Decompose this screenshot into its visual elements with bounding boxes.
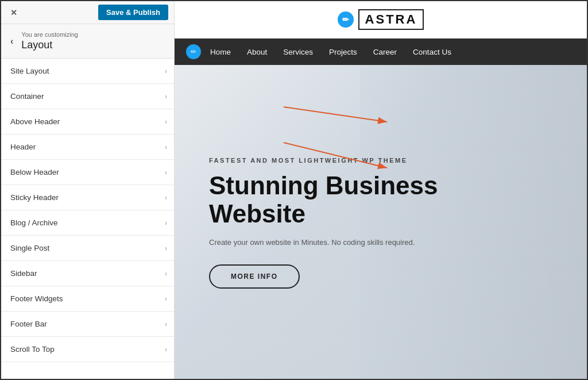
- menu-item-container[interactable]: Container›: [1, 84, 174, 109]
- menu-item-label-blog-archive: Blog / Archive: [10, 218, 58, 227]
- back-button[interactable]: ‹: [7, 35, 17, 48]
- menu-item-below-header[interactable]: Below Header›: [1, 160, 174, 185]
- hero-title: Stunning Business Website: [209, 172, 450, 228]
- menu-item-single-post[interactable]: Single Post›: [1, 236, 174, 261]
- save-publish-button[interactable]: Save & Publish: [98, 5, 168, 20]
- nav-link-career[interactable]: Career: [373, 48, 397, 56]
- logo-bar: ✏ ASTRA: [175, 1, 587, 39]
- nav-link-contact-us[interactable]: Contact Us: [413, 48, 451, 56]
- hero-description: Create your own website in Minutes. No c…: [209, 237, 450, 248]
- menu-item-site-layout[interactable]: Site Layout›: [1, 59, 174, 84]
- more-info-button[interactable]: MORE INFO: [209, 264, 300, 289]
- menu-item-header[interactable]: Header›: [1, 135, 174, 160]
- menu-item-chevron-sticky-header: ›: [165, 194, 167, 202]
- menu-item-footer-widgets[interactable]: Footer Widgets›: [1, 286, 174, 312]
- menu-item-label-footer-widgets: Footer Widgets: [10, 294, 63, 303]
- menu-item-label-single-post: Single Post: [10, 244, 49, 252]
- menu-item-sidebar[interactable]: Sidebar›: [1, 261, 174, 286]
- logo-edit-icon[interactable]: ✏: [338, 11, 354, 28]
- preview-area: ✏ ASTRA ✏ HomeAboutServicesProjectsCaree…: [175, 1, 587, 379]
- menu-item-chevron-single-post: ›: [165, 244, 167, 252]
- menu-item-label-sticky-header: Sticky Header: [10, 193, 59, 202]
- menu-item-chevron-above-header: ›: [165, 118, 167, 126]
- menu-item-label-footer-bar: Footer Bar: [10, 320, 47, 328]
- menu-item-chevron-container: ›: [165, 93, 167, 101]
- menu-item-label-container: Container: [10, 92, 44, 101]
- menu-item-label-header: Header: [10, 143, 36, 151]
- menu-item-label-below-header: Below Header: [10, 168, 59, 176]
- menu-item-chevron-site-layout: ›: [165, 67, 167, 75]
- menu-item-chevron-scroll-to-top: ›: [165, 346, 167, 354]
- menu-item-sticky-header[interactable]: Sticky Header›: [1, 185, 174, 210]
- hero-section: FASTEST AND MOST LIGHTWEIGHT WP THEME St…: [175, 65, 587, 379]
- menu-item-footer-bar[interactable]: Footer Bar›: [1, 312, 174, 337]
- nav-links: HomeAboutServicesProjectsCareerContact U…: [210, 48, 451, 56]
- customizer-topbar: ✕ Save & Publish: [1, 1, 174, 24]
- customizer-context: ‹ You are customizing Layout: [1, 24, 174, 59]
- customizer-panel: ✕ Save & Publish ‹ You are customizing L…: [1, 1, 175, 379]
- nav-link-services[interactable]: Services: [283, 48, 313, 56]
- menu-item-scroll-to-top[interactable]: Scroll To Top›: [1, 337, 174, 362]
- nav-bar: ✏ HomeAboutServicesProjectsCareerContact…: [175, 39, 587, 65]
- nav-link-about[interactable]: About: [247, 48, 267, 56]
- context-title: Layout: [21, 39, 78, 51]
- menu-item-above-header[interactable]: Above Header›: [1, 109, 174, 135]
- nav-link-home[interactable]: Home: [210, 48, 231, 56]
- customizer-menu: Site Layout›Container›Above Header›Heade…: [1, 59, 174, 379]
- menu-item-chevron-sidebar: ›: [165, 270, 167, 278]
- nav-edit-icon[interactable]: ✏: [186, 44, 201, 59]
- menu-item-chevron-below-header: ›: [165, 168, 167, 176]
- menu-item-chevron-header: ›: [165, 143, 167, 151]
- menu-item-blog-archive[interactable]: Blog / Archive›: [1, 210, 174, 236]
- menu-item-chevron-footer-bar: ›: [165, 320, 167, 328]
- context-label: You are customizing: [21, 31, 78, 38]
- hero-subtitle: FASTEST AND MOST LIGHTWEIGHT WP THEME: [209, 157, 450, 164]
- menu-item-label-above-header: Above Header: [10, 117, 60, 126]
- hero-content: FASTEST AND MOST LIGHTWEIGHT WP THEME St…: [209, 157, 450, 288]
- close-button[interactable]: ✕: [7, 7, 21, 18]
- nav-link-projects[interactable]: Projects: [329, 48, 357, 56]
- menu-item-chevron-footer-widgets: ›: [165, 295, 167, 303]
- logo-text: ASTRA: [358, 9, 424, 30]
- context-text: You are customizing Layout: [21, 31, 78, 51]
- logo-container: ✏ ASTRA: [338, 9, 424, 30]
- menu-item-label-scroll-to-top: Scroll To Top: [10, 345, 55, 354]
- menu-item-label-site-layout: Site Layout: [10, 67, 49, 75]
- menu-item-chevron-blog-archive: ›: [165, 219, 167, 227]
- menu-item-label-sidebar: Sidebar: [10, 269, 37, 278]
